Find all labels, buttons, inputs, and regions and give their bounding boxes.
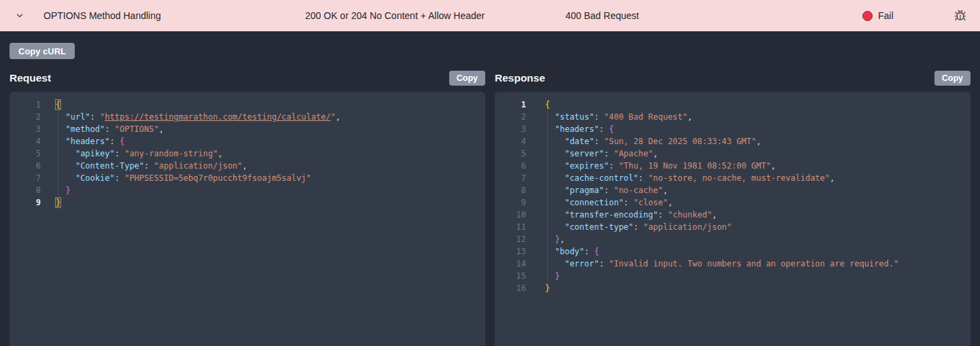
chevron-down-icon[interactable] — [15, 0, 24, 31]
line-number: 11 — [495, 221, 526, 233]
line-number: 4 — [495, 135, 526, 148]
status-label: Fail — [878, 10, 894, 21]
line-number: 9 — [495, 196, 526, 209]
code-line[interactable]: 8 } — [10, 184, 485, 196]
line-number: 9 — [10, 196, 41, 209]
code-line[interactable]: 6 "Content-Type": "application/json", — [10, 160, 485, 172]
response-title: Response — [495, 72, 545, 84]
line-number: 3 — [495, 123, 526, 135]
request-title: Request — [10, 72, 51, 84]
line-number: 1 — [495, 99, 526, 111]
expected-result: 200 OK or 204 No Content + Allow Header — [305, 0, 485, 31]
line-number: 5 — [10, 148, 41, 160]
line-number: 14 — [495, 258, 526, 270]
line-number: 8 — [10, 184, 41, 196]
code-line[interactable]: 3 "method": "OPTIONS", — [10, 123, 485, 135]
code-line[interactable]: 13 "body": { — [495, 245, 970, 258]
fail-dot-icon — [862, 11, 873, 21]
request-copy-button[interactable]: Copy — [449, 71, 485, 86]
copy-curl-button[interactable]: Copy cURL — [10, 43, 75, 59]
response-copy-button[interactable]: Copy — [934, 71, 970, 86]
toolbar: Copy cURL — [10, 31, 970, 59]
line-number: 2 — [10, 111, 41, 123]
code-line[interactable]: 4 "date": "Sun, 28 Dec 2025 08:33:43 GMT… — [495, 135, 970, 148]
code-line[interactable]: 1{ — [10, 99, 485, 111]
code-line[interactable]: 11 "content-type": "application/json" — [495, 221, 970, 233]
code-line[interactable]: 7 "Cookie": "PHPSESSID=5ebq7r0puccht9fso… — [10, 172, 485, 184]
code-line[interactable]: 7 "cache-control": "no-store, no-cache, … — [495, 172, 970, 184]
line-number: 6 — [10, 160, 41, 172]
line-number: 13 — [495, 245, 526, 258]
code-line[interactable]: 1{ — [495, 99, 970, 111]
code-line[interactable]: 8 "pragma": "no-cache", — [495, 184, 970, 196]
line-number: 2 — [495, 111, 526, 123]
line-number: 4 — [10, 135, 41, 148]
test-detail-body: Copy cURL Request Copy 1{2 "url": "https… — [0, 31, 980, 346]
response-column: Response Copy 1{2 "status": "400 Bad Req… — [495, 69, 970, 346]
indent-guide — [58, 111, 58, 196]
code-line[interactable]: 14 "error": "Invalid input. Two numbers … — [495, 258, 970, 270]
code-line[interactable]: 15 } — [495, 270, 970, 282]
code-line[interactable]: 4 "headers": { — [10, 135, 485, 148]
bug-debug-icon[interactable] — [954, 0, 966, 31]
code-line[interactable]: 2 "status": "400 Bad Request", — [495, 111, 970, 123]
actual-result: 400 Bad Request — [565, 0, 639, 31]
line-number: 1 — [10, 99, 41, 111]
line-number: 12 — [495, 233, 526, 245]
line-number: 15 — [495, 270, 526, 282]
request-column: Request Copy 1{2 "url": "https://testing… — [10, 69, 485, 346]
status-badge: Fail — [862, 0, 894, 31]
line-number: 16 — [495, 282, 526, 294]
url-link[interactable]: https://testingmarathon.com/testing/calc… — [105, 112, 330, 122]
code-line[interactable]: 16} — [495, 282, 970, 294]
code-line[interactable]: 9} — [10, 196, 485, 209]
test-name: OPTIONS Method Handling — [43, 0, 161, 31]
code-line[interactable]: 5 "apikey": "any-random-string", — [10, 148, 485, 160]
line-number: 8 — [495, 184, 526, 196]
code-line[interactable]: 9 "connection": "close", — [495, 196, 970, 209]
code-line[interactable]: 12 }, — [495, 233, 970, 245]
code-line[interactable]: 3 "headers": { — [495, 123, 970, 135]
line-number: 7 — [10, 172, 41, 184]
code-line[interactable]: 5 "server": "Apache", — [495, 148, 970, 160]
line-number: 6 — [495, 160, 526, 172]
line-number: 5 — [495, 148, 526, 160]
request-editor[interactable]: 1{2 "url": "https://testingmarathon.com/… — [10, 92, 485, 346]
indent-guide — [547, 111, 548, 282]
code-line[interactable]: 6 "expires": "Thu, 19 Nov 1981 08:52:00 … — [495, 160, 970, 172]
line-number: 3 — [10, 123, 41, 135]
code-line[interactable]: 10 "transfer-encoding": "chunked", — [495, 209, 970, 221]
code-line[interactable]: 2 "url": "https://testingmarathon.com/te… — [10, 111, 485, 123]
response-editor[interactable]: 1{2 "status": "400 Bad Request",3 "heade… — [495, 92, 970, 346]
test-result-row[interactable]: OPTIONS Method Handling 200 OK or 204 No… — [0, 0, 980, 31]
line-number: 10 — [495, 209, 526, 221]
line-number: 7 — [495, 172, 526, 184]
